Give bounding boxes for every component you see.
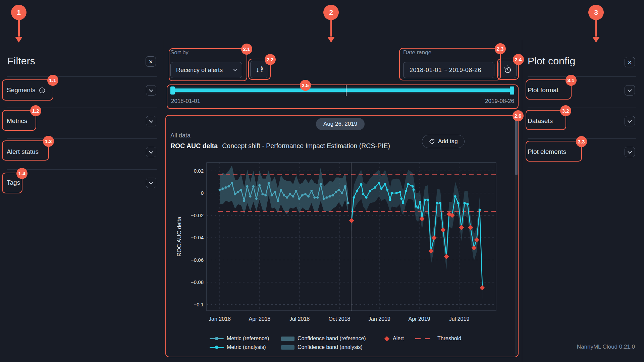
tag-icon (429, 138, 435, 145)
filter-section-segments[interactable]: Segments (7, 86, 46, 94)
svg-text:Jan 2018: Jan 2018 (209, 316, 231, 322)
plot-config-close-button[interactable]: × (625, 57, 635, 67)
svg-text:Oct 2018: Oct 2018 (329, 316, 351, 322)
section-label-text: Tags (7, 179, 20, 186)
chevron-down-icon (149, 149, 153, 154)
svg-text:−0.06: −0.06 (191, 257, 204, 263)
chart-legend: Metric (reference)Confidence band (refer… (210, 334, 461, 352)
legend-item-confidence-band-reference[interactable]: Confidence band (reference) (281, 336, 384, 342)
section-divider (528, 108, 636, 108)
section-label-text: Plot elements (528, 148, 566, 156)
add-tag-label: Add tag (438, 138, 458, 145)
filter-section-metrics[interactable]: Metrics (7, 117, 27, 125)
filters-close-button[interactable]: × (146, 56, 156, 67)
segment-scope-label: All data (170, 132, 191, 139)
annotation-marker-3: 3 (588, 5, 604, 20)
svg-text:0.02: 0.02 (194, 168, 204, 174)
chevron-down-icon (149, 119, 153, 123)
metric-subtitle: Concept shift - Performance Impact Estim… (222, 142, 390, 149)
chevron-down-icon (628, 149, 632, 154)
config-section-plot-format[interactable]: Plot format (528, 86, 558, 94)
panel-divider-right (522, 40, 522, 362)
date-range-input[interactable]: 2018-01-01 ~ 2019-08-26 (403, 62, 494, 78)
metric-name: ROC AUC delta (170, 142, 218, 149)
svg-text:−0.02: −0.02 (191, 213, 204, 218)
slider-max-label: 2019-08-26 (464, 98, 514, 105)
panel-divider-left (164, 40, 164, 362)
chevron-down-icon (628, 119, 632, 123)
line-ref-swatch-icon (210, 336, 224, 341)
annotation-arrowhead (592, 37, 600, 43)
legend-item-threshold[interactable]: Threshold (415, 336, 461, 342)
section-label-text: Metrics (7, 117, 27, 125)
annotation-arrow-stem (330, 19, 332, 37)
band-ana-swatch-icon (281, 345, 294, 350)
legend-item-confidence-band-analysis[interactable]: Confidence band (analysis) (281, 344, 384, 350)
chevron-down-icon (628, 88, 632, 92)
plot-config-panel-title: Plot config (528, 55, 575, 67)
legend-label: Alert (393, 336, 404, 342)
annotation-arrow-stem (595, 19, 597, 37)
section-label-text: Alert status (7, 148, 39, 156)
annotation-marker-2: 2 (323, 5, 339, 20)
section-divider (7, 169, 157, 170)
legend-item-alert[interactable]: Alert (384, 336, 415, 342)
info-icon (39, 87, 46, 94)
sort-select-value: Recency of alerts (176, 67, 223, 74)
history-icon (503, 65, 512, 74)
app-root: Filters × Segments Metrics Alert status … (0, 0, 644, 362)
section-label-text: Datasets (528, 117, 553, 125)
svg-text:Jan 2019: Jan 2019 (368, 316, 390, 322)
section-label-text: Plot format (528, 86, 558, 94)
close-icon: × (149, 58, 153, 65)
annotation-arrow-stem (18, 19, 20, 37)
card-scrollbar-thumb[interactable] (515, 118, 518, 175)
date-range-slider[interactable] (171, 88, 514, 92)
annotation-box-2.5 (167, 84, 519, 109)
legend-label: Threshold (437, 336, 461, 342)
filters-panel-title: Filters (7, 55, 35, 67)
slider-cursor-marker (346, 84, 346, 96)
sort-direction-button[interactable]: ↓ AZ (250, 61, 268, 78)
annotation-arrowhead (15, 37, 22, 43)
chevron-down-icon (149, 88, 153, 92)
slider-handle-start[interactable] (170, 86, 175, 95)
annotation-marker-1: 1 (11, 5, 26, 20)
plot-elements-expand-button[interactable] (625, 147, 635, 157)
alert-swatch-icon (384, 336, 390, 341)
tags-expand-button[interactable] (146, 178, 156, 188)
slider-handle-end[interactable] (510, 86, 514, 95)
legend-item-metric-analysis[interactable]: Metric (analysis) (210, 344, 281, 350)
annotation-badge-3.3: 3.3 (576, 136, 587, 147)
add-tag-button[interactable]: Add tag (422, 135, 465, 148)
legend-item-metric-reference[interactable]: Metric (reference) (210, 336, 281, 342)
section-divider (7, 108, 157, 108)
svg-text:−0.04: −0.04 (191, 235, 204, 240)
filter-section-tags[interactable]: Tags (7, 179, 20, 186)
annotation-badge-2.1: 2.1 (241, 44, 252, 55)
chevron-down-icon (149, 180, 153, 185)
svg-text:ROC AUC delta: ROC AUC delta (176, 217, 182, 257)
section-divider (528, 76, 636, 77)
config-section-plot-elements[interactable]: Plot elements (528, 148, 566, 156)
slider-min-label: 2018-01-01 (171, 98, 200, 105)
alert-status-expand-button[interactable] (146, 147, 156, 157)
app-version-label: NannyML Cloud 0.21.0 (577, 344, 635, 350)
svg-text:Apr 2019: Apr 2019 (409, 316, 430, 322)
config-section-datasets[interactable]: Datasets (528, 117, 553, 125)
filter-section-alert-status[interactable]: Alert status (7, 148, 39, 156)
plot-format-expand-button[interactable] (625, 85, 635, 96)
reset-date-range-button[interactable] (498, 61, 517, 78)
svg-text:0: 0 (201, 190, 204, 196)
metrics-expand-button[interactable] (146, 116, 156, 126)
segments-expand-button[interactable] (146, 85, 156, 96)
date-range-value: 2018-01-01 ~ 2019-08-26 (410, 67, 481, 74)
legend-label: Metric (analysis) (227, 344, 266, 350)
metric-chart: 0.020−0.02−0.04−0.06−0.08−0.1Jan 2018Apr… (168, 158, 513, 325)
datasets-expand-button[interactable] (625, 116, 635, 126)
sort-select[interactable]: Recency of alerts (170, 62, 242, 78)
section-label-text: Segments (7, 86, 36, 94)
metric-card-title: ROC AUC deltaConcept shift - Performance… (170, 142, 390, 150)
sort-descending-icon: ↓ AZ (256, 66, 263, 73)
svg-text:−0.08: −0.08 (191, 279, 204, 285)
